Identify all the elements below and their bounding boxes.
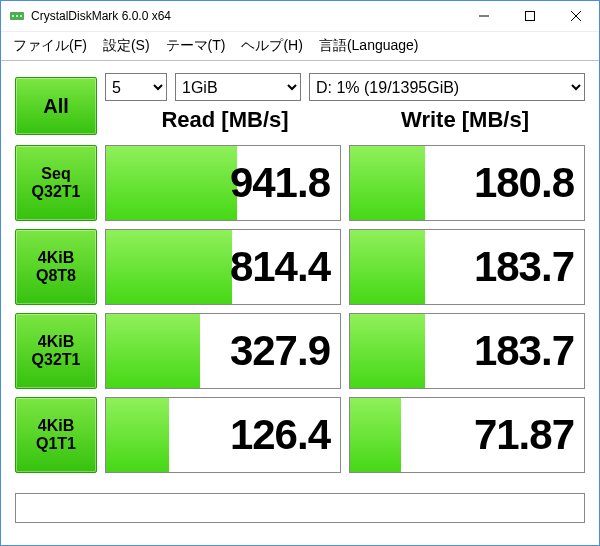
write-value: 183.7 [350, 314, 584, 388]
test-label-1: Seq [41, 165, 70, 183]
menu-file[interactable]: ファイル(F) [5, 33, 95, 59]
test-button-3[interactable]: 4KiBQ1T1 [15, 397, 97, 473]
test-label-1: 4KiB [38, 333, 74, 351]
test-size-select[interactable]: 1GiB [175, 73, 301, 101]
read-value: 941.8 [106, 146, 340, 220]
test-label-2: Q1T1 [36, 435, 76, 453]
content-area: All 5 1GiB D: 1% (19/1395GiB) Read [MB/s… [1, 61, 599, 489]
test-button-1[interactable]: 4KiBQ8T8 [15, 229, 97, 305]
read-cell: 814.4 [105, 229, 341, 305]
write-cell: 183.7 [349, 313, 585, 389]
result-row: 4KiBQ8T8814.4183.7 [15, 229, 585, 305]
result-row: SeqQ32T1941.8180.8 [15, 145, 585, 221]
svg-point-2 [16, 15, 18, 17]
all-button[interactable]: All [15, 77, 97, 135]
test-label-2: Q8T8 [36, 267, 76, 285]
write-cell: 71.87 [349, 397, 585, 473]
svg-point-3 [20, 15, 22, 17]
all-button-label: All [43, 95, 69, 118]
window-controls [461, 1, 599, 31]
minimize-button[interactable] [461, 1, 507, 31]
window-title: CrystalDiskMark 6.0.0 x64 [31, 9, 461, 23]
write-value: 71.87 [350, 398, 584, 472]
menu-language[interactable]: 言語(Language) [311, 33, 427, 59]
menu-help[interactable]: ヘルプ(H) [233, 33, 310, 59]
read-cell: 126.4 [105, 397, 341, 473]
svg-rect-5 [526, 12, 535, 21]
test-label-2: Q32T1 [32, 351, 81, 369]
read-value: 327.9 [106, 314, 340, 388]
write-value: 183.7 [350, 230, 584, 304]
write-header: Write [MB/s] [345, 105, 585, 139]
result-row: 4KiBQ1T1126.471.87 [15, 397, 585, 473]
app-icon [9, 8, 25, 24]
titlebar[interactable]: CrystalDiskMark 6.0.0 x64 [1, 1, 599, 32]
result-row: 4KiBQ32T1327.9183.7 [15, 313, 585, 389]
test-button-0[interactable]: SeqQ32T1 [15, 145, 97, 221]
app-window: CrystalDiskMark 6.0.0 x64 ファイル(F) 設定(S) … [0, 0, 600, 546]
menu-theme[interactable]: テーマ(T) [158, 33, 234, 59]
write-cell: 180.8 [349, 145, 585, 221]
column-headers: Read [MB/s] Write [MB/s] [105, 105, 585, 139]
read-cell: 941.8 [105, 145, 341, 221]
svg-point-1 [12, 15, 14, 17]
drive-select[interactable]: D: 1% (19/1395GiB) [309, 73, 585, 101]
menubar: ファイル(F) 設定(S) テーマ(T) ヘルプ(H) 言語(Language) [1, 32, 599, 61]
test-label-1: 4KiB [38, 417, 74, 435]
write-cell: 183.7 [349, 229, 585, 305]
menu-settings[interactable]: 設定(S) [95, 33, 158, 59]
maximize-button[interactable] [507, 1, 553, 31]
controls-row: All 5 1GiB D: 1% (19/1395GiB) Read [MB/s… [15, 73, 585, 139]
results-grid: SeqQ32T1941.8180.84KiBQ8T8814.4183.74KiB… [15, 145, 585, 473]
status-bar [15, 493, 585, 523]
test-button-2[interactable]: 4KiBQ32T1 [15, 313, 97, 389]
write-value: 180.8 [350, 146, 584, 220]
close-button[interactable] [553, 1, 599, 31]
read-header: Read [MB/s] [105, 105, 345, 139]
test-label-2: Q32T1 [32, 183, 81, 201]
read-value: 814.4 [106, 230, 340, 304]
test-label-1: 4KiB [38, 249, 74, 267]
read-cell: 327.9 [105, 313, 341, 389]
test-count-select[interactable]: 5 [105, 73, 167, 101]
read-value: 126.4 [106, 398, 340, 472]
